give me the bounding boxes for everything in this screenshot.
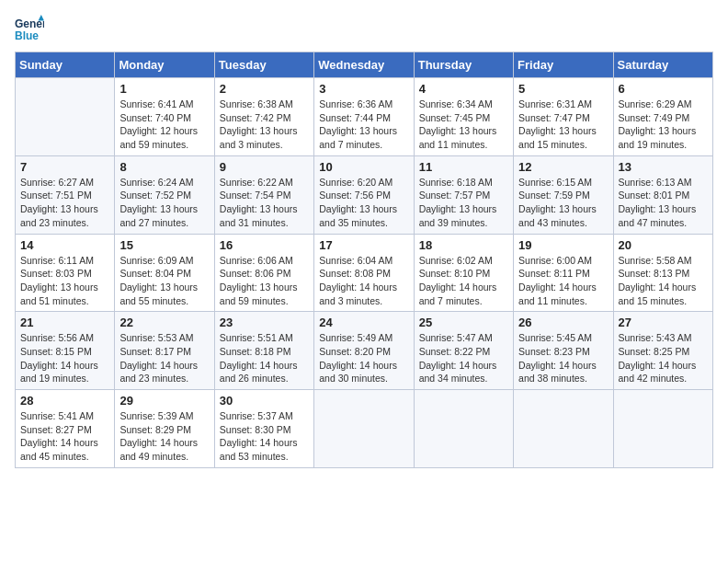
day-detail: Sunrise: 6:24 AMSunset: 7:52 PMDaylight:… bbox=[119, 176, 209, 230]
day-detail: Sunrise: 5:49 AMSunset: 8:20 PMDaylight:… bbox=[319, 331, 408, 385]
weekday-header-cell: Friday bbox=[514, 52, 613, 78]
day-detail: Sunrise: 6:20 AMSunset: 7:56 PMDaylight:… bbox=[319, 176, 408, 230]
day-number: 5 bbox=[518, 82, 608, 96]
day-detail: Sunrise: 6:29 AMSunset: 7:49 PMDaylight:… bbox=[619, 98, 708, 152]
day-detail: Sunrise: 6:38 AMSunset: 7:42 PMDaylight:… bbox=[220, 98, 309, 152]
day-number: 14 bbox=[20, 238, 109, 252]
day-detail: Sunrise: 6:15 AMSunset: 7:59 PMDaylight:… bbox=[518, 176, 608, 230]
day-detail: Sunrise: 6:02 AMSunset: 8:10 PMDaylight:… bbox=[419, 254, 508, 308]
day-number: 6 bbox=[619, 82, 708, 96]
day-number: 19 bbox=[518, 238, 608, 252]
calendar-table: SundayMondayTuesdayWednesdayThursdayFrid… bbox=[15, 52, 713, 468]
calendar-day-cell: 4Sunrise: 6:34 AMSunset: 7:45 PMDaylight… bbox=[414, 78, 513, 156]
day-detail: Sunrise: 5:47 AMSunset: 8:22 PMDaylight:… bbox=[419, 331, 508, 385]
calendar-day-cell: 10Sunrise: 6:20 AMSunset: 7:56 PMDayligh… bbox=[314, 155, 414, 234]
weekday-header-cell: Wednesday bbox=[314, 52, 414, 78]
day-number: 20 bbox=[619, 238, 708, 252]
day-detail: Sunrise: 5:39 AMSunset: 8:29 PMDaylight:… bbox=[119, 409, 209, 464]
day-number: 11 bbox=[419, 160, 508, 174]
calendar-day-cell: 8Sunrise: 6:24 AMSunset: 7:52 PMDaylight… bbox=[115, 155, 214, 234]
day-number: 7 bbox=[20, 160, 109, 174]
day-detail: Sunrise: 6:31 AMSunset: 7:47 PMDaylight:… bbox=[518, 98, 608, 152]
day-detail: Sunrise: 6:06 AMSunset: 8:06 PMDaylight:… bbox=[220, 254, 309, 308]
calendar-day-cell: 9Sunrise: 6:22 AMSunset: 7:54 PMDaylight… bbox=[214, 155, 313, 234]
calendar-day-cell bbox=[16, 78, 115, 156]
day-number: 28 bbox=[20, 394, 109, 408]
weekday-header-cell: Saturday bbox=[613, 52, 712, 78]
day-number: 29 bbox=[119, 394, 209, 408]
day-number: 10 bbox=[319, 160, 408, 174]
day-number: 13 bbox=[619, 160, 708, 174]
calendar-day-cell: 20Sunrise: 5:58 AMSunset: 8:13 PMDayligh… bbox=[613, 234, 712, 312]
calendar-day-cell: 24Sunrise: 5:49 AMSunset: 8:20 PMDayligh… bbox=[314, 312, 414, 390]
day-number: 18 bbox=[419, 238, 508, 252]
calendar-day-cell: 18Sunrise: 6:02 AMSunset: 8:10 PMDayligh… bbox=[414, 234, 513, 312]
day-number: 30 bbox=[220, 394, 309, 408]
day-number: 22 bbox=[119, 316, 209, 329]
calendar-day-cell: 21Sunrise: 5:56 AMSunset: 8:15 PMDayligh… bbox=[16, 312, 115, 390]
day-detail: Sunrise: 5:56 AMSunset: 8:15 PMDaylight:… bbox=[20, 331, 109, 385]
day-detail: Sunrise: 5:45 AMSunset: 8:23 PMDaylight:… bbox=[518, 331, 608, 385]
calendar-day-cell: 29Sunrise: 5:39 AMSunset: 8:29 PMDayligh… bbox=[115, 390, 214, 468]
calendar-week-row: 1Sunrise: 6:41 AMSunset: 7:40 PMDaylight… bbox=[16, 78, 713, 156]
day-detail: Sunrise: 6:27 AMSunset: 7:51 PMDaylight:… bbox=[20, 176, 109, 230]
calendar-day-cell: 7Sunrise: 6:27 AMSunset: 7:51 PMDaylight… bbox=[16, 155, 115, 234]
calendar-day-cell bbox=[314, 390, 414, 468]
day-detail: Sunrise: 5:53 AMSunset: 8:17 PMDaylight:… bbox=[119, 331, 209, 385]
calendar-day-cell: 3Sunrise: 6:36 AMSunset: 7:44 PMDaylight… bbox=[314, 78, 414, 156]
calendar-day-cell: 15Sunrise: 6:09 AMSunset: 8:04 PMDayligh… bbox=[115, 234, 214, 312]
day-detail: Sunrise: 5:58 AMSunset: 8:13 PMDaylight:… bbox=[619, 254, 708, 308]
day-number: 3 bbox=[319, 82, 408, 96]
day-number: 27 bbox=[619, 316, 708, 329]
weekday-header-cell: Tuesday bbox=[214, 52, 313, 78]
calendar-day-cell: 28Sunrise: 5:41 AMSunset: 8:27 PMDayligh… bbox=[16, 390, 115, 468]
calendar-day-cell bbox=[613, 390, 712, 468]
day-number: 23 bbox=[220, 316, 309, 329]
calendar-day-cell: 22Sunrise: 5:53 AMSunset: 8:17 PMDayligh… bbox=[115, 312, 214, 390]
day-number: 12 bbox=[518, 160, 608, 174]
day-detail: Sunrise: 6:09 AMSunset: 8:04 PMDaylight:… bbox=[119, 254, 209, 308]
day-number: 17 bbox=[319, 238, 408, 252]
weekday-header-row: SundayMondayTuesdayWednesdayThursdayFrid… bbox=[16, 52, 713, 78]
calendar-day-cell: 14Sunrise: 6:11 AMSunset: 8:03 PMDayligh… bbox=[16, 234, 115, 312]
day-detail: Sunrise: 6:41 AMSunset: 7:40 PMDaylight:… bbox=[119, 98, 209, 152]
calendar-day-cell: 26Sunrise: 5:45 AMSunset: 8:23 PMDayligh… bbox=[514, 312, 613, 390]
calendar-day-cell bbox=[514, 390, 613, 468]
day-detail: Sunrise: 5:41 AMSunset: 8:27 PMDaylight:… bbox=[20, 409, 109, 464]
calendar-day-cell: 2Sunrise: 6:38 AMSunset: 7:42 PMDaylight… bbox=[214, 78, 313, 156]
day-detail: Sunrise: 6:04 AMSunset: 8:08 PMDaylight:… bbox=[319, 254, 408, 308]
calendar-day-cell: 5Sunrise: 6:31 AMSunset: 7:47 PMDaylight… bbox=[514, 78, 613, 156]
calendar-day-cell: 13Sunrise: 6:13 AMSunset: 8:01 PMDayligh… bbox=[613, 155, 712, 234]
day-number: 1 bbox=[119, 82, 209, 96]
calendar-day-cell: 6Sunrise: 6:29 AMSunset: 7:49 PMDaylight… bbox=[613, 78, 712, 156]
day-detail: Sunrise: 6:13 AMSunset: 8:01 PMDaylight:… bbox=[619, 176, 708, 230]
logo-icon: General Blue bbox=[15, 15, 44, 44]
calendar-week-row: 21Sunrise: 5:56 AMSunset: 8:15 PMDayligh… bbox=[16, 312, 713, 390]
calendar-day-cell: 23Sunrise: 5:51 AMSunset: 8:18 PMDayligh… bbox=[214, 312, 313, 390]
calendar-week-row: 28Sunrise: 5:41 AMSunset: 8:27 PMDayligh… bbox=[16, 390, 713, 468]
day-number: 9 bbox=[220, 160, 309, 174]
calendar-week-row: 7Sunrise: 6:27 AMSunset: 7:51 PMDaylight… bbox=[16, 155, 713, 234]
day-number: 15 bbox=[119, 238, 209, 252]
day-detail: Sunrise: 5:37 AMSunset: 8:30 PMDaylight:… bbox=[220, 409, 309, 464]
logo: General Blue bbox=[15, 15, 44, 44]
weekday-header-cell: Sunday bbox=[16, 52, 115, 78]
svg-text:Blue: Blue bbox=[15, 29, 39, 42]
calendar-day-cell: 17Sunrise: 6:04 AMSunset: 8:08 PMDayligh… bbox=[314, 234, 414, 312]
weekday-header-cell: Thursday bbox=[414, 52, 513, 78]
day-number: 8 bbox=[119, 160, 209, 174]
day-detail: Sunrise: 6:00 AMSunset: 8:11 PMDaylight:… bbox=[518, 254, 608, 308]
calendar-week-row: 14Sunrise: 6:11 AMSunset: 8:03 PMDayligh… bbox=[16, 234, 713, 312]
weekday-header-cell: Monday bbox=[115, 52, 214, 78]
day-detail: Sunrise: 6:11 AMSunset: 8:03 PMDaylight:… bbox=[20, 254, 109, 308]
calendar-body: 1Sunrise: 6:41 AMSunset: 7:40 PMDaylight… bbox=[16, 78, 713, 468]
page-header: General Blue bbox=[15, 15, 713, 44]
calendar-day-cell: 19Sunrise: 6:00 AMSunset: 8:11 PMDayligh… bbox=[514, 234, 613, 312]
calendar-day-cell: 25Sunrise: 5:47 AMSunset: 8:22 PMDayligh… bbox=[414, 312, 513, 390]
calendar-day-cell: 16Sunrise: 6:06 AMSunset: 8:06 PMDayligh… bbox=[214, 234, 313, 312]
calendar-day-cell: 27Sunrise: 5:43 AMSunset: 8:25 PMDayligh… bbox=[613, 312, 712, 390]
day-detail: Sunrise: 6:36 AMSunset: 7:44 PMDaylight:… bbox=[319, 98, 408, 152]
day-detail: Sunrise: 5:51 AMSunset: 8:18 PMDaylight:… bbox=[220, 331, 309, 385]
day-number: 21 bbox=[20, 316, 109, 329]
day-detail: Sunrise: 5:43 AMSunset: 8:25 PMDaylight:… bbox=[619, 331, 708, 385]
